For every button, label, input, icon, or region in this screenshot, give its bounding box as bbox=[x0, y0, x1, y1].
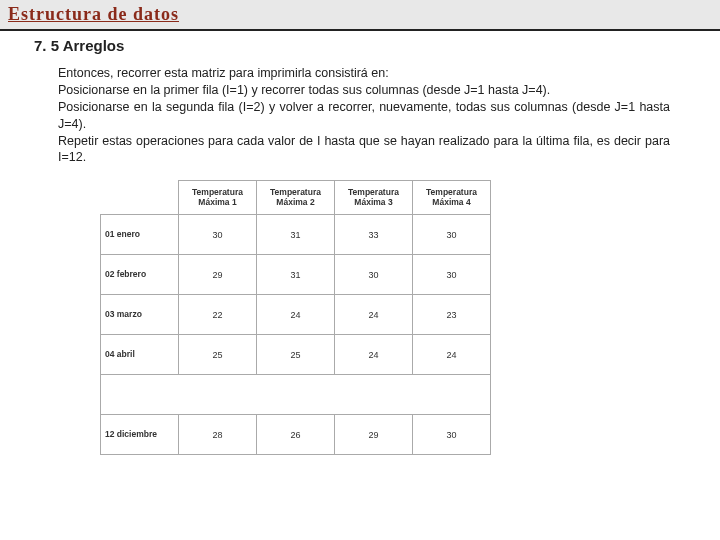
table-ellipsis bbox=[101, 375, 491, 415]
title-bar: Estructura de datos bbox=[0, 0, 720, 31]
table-header-row: Temperatura Máxima 1 Temperatura Máxima … bbox=[101, 181, 491, 215]
table-cell: 24 bbox=[257, 295, 335, 335]
page-title: Estructura de datos bbox=[8, 4, 179, 24]
subtitle-bar: 7. 5 Arreglos bbox=[0, 31, 720, 61]
table-cell: 25 bbox=[257, 335, 335, 375]
table-cell: 30 bbox=[179, 215, 257, 255]
table-cell: 24 bbox=[335, 295, 413, 335]
table-cell: 24 bbox=[413, 335, 491, 375]
temperature-table: Temperatura Máxima 1 Temperatura Máxima … bbox=[100, 180, 491, 455]
col-header: Temperatura Máxima 3 bbox=[335, 181, 413, 215]
table-cell: 33 bbox=[335, 215, 413, 255]
table-cell: 31 bbox=[257, 215, 335, 255]
table-cell: 23 bbox=[413, 295, 491, 335]
table-corner bbox=[101, 181, 179, 215]
body-line: Entonces, recorrer esta matriz para impr… bbox=[58, 66, 389, 80]
table-cell: 29 bbox=[335, 415, 413, 455]
body-paragraph: Entonces, recorrer esta matriz para impr… bbox=[58, 65, 670, 166]
table-row: 03 marzo 22 24 24 23 bbox=[101, 295, 491, 335]
row-header: 03 marzo bbox=[101, 295, 179, 335]
table-cell: 30 bbox=[335, 255, 413, 295]
table-cell: 25 bbox=[179, 335, 257, 375]
row-header: 12 diciembre bbox=[101, 415, 179, 455]
table-cell: 26 bbox=[257, 415, 335, 455]
body-block: Entonces, recorrer esta matriz para impr… bbox=[0, 61, 720, 174]
row-header: 04 abril bbox=[101, 335, 179, 375]
body-line: Posicionarse en la primer fila (I=1) y r… bbox=[58, 83, 550, 97]
table-cell: 24 bbox=[335, 335, 413, 375]
table-ellipsis-row bbox=[101, 375, 491, 415]
table-cell: 22 bbox=[179, 295, 257, 335]
table-wrap: Temperatura Máxima 1 Temperatura Máxima … bbox=[0, 174, 720, 455]
col-header: Temperatura Máxima 2 bbox=[257, 181, 335, 215]
table-cell: 30 bbox=[413, 415, 491, 455]
table-cell: 30 bbox=[413, 215, 491, 255]
table-row: 01 enero 30 31 33 30 bbox=[101, 215, 491, 255]
col-header: Temperatura Máxima 4 bbox=[413, 181, 491, 215]
table-cell: 29 bbox=[179, 255, 257, 295]
table-cell: 31 bbox=[257, 255, 335, 295]
body-line: Posicionarse en la segunda fila (I=2) y … bbox=[58, 100, 670, 131]
table-cell: 30 bbox=[413, 255, 491, 295]
table-row: 12 diciembre 28 26 29 30 bbox=[101, 415, 491, 455]
row-header: 01 enero bbox=[101, 215, 179, 255]
col-header: Temperatura Máxima 1 bbox=[179, 181, 257, 215]
body-line: Repetir estas operaciones para cada valo… bbox=[58, 134, 670, 165]
section-heading: 7. 5 Arreglos bbox=[34, 37, 124, 54]
table-cell: 28 bbox=[179, 415, 257, 455]
row-header: 02 febrero bbox=[101, 255, 179, 295]
table-row: 02 febrero 29 31 30 30 bbox=[101, 255, 491, 295]
table-row: 04 abril 25 25 24 24 bbox=[101, 335, 491, 375]
